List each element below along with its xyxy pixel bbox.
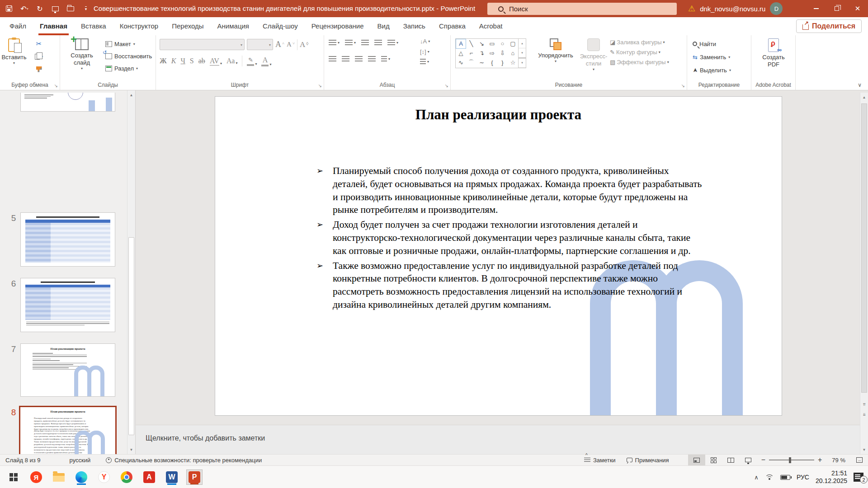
numbering-button[interactable]: ▾	[345, 40, 356, 46]
save-button[interactable]	[5, 4, 14, 13]
bullets-button[interactable]: ▾	[329, 40, 340, 46]
tab-slideshow[interactable]: Слайд-шоу	[256, 17, 305, 35]
rounded-rectangle-shape-icon[interactable]: ▢	[508, 39, 518, 49]
underline-button[interactable]: Ч	[180, 57, 185, 65]
minimize-button[interactable]	[806, 0, 826, 17]
layout-button[interactable]: Макет▾	[105, 39, 152, 49]
taskbar-chrome[interactable]	[118, 469, 135, 485]
arc-shape-icon[interactable]: ⌒	[466, 57, 476, 68]
right-arrow-shape-icon[interactable]: ⇨	[487, 49, 497, 58]
quick-styles-button[interactable]: Экспресс-стили ▾	[578, 35, 609, 79]
tab-record[interactable]: Запись	[396, 17, 432, 35]
format-painter-button[interactable]	[30, 64, 48, 74]
paragraph-dialog-launcher[interactable]: ↘	[445, 83, 448, 88]
zoom-level[interactable]: 79 %	[826, 457, 851, 464]
accessibility-checker[interactable]: Специальные возможности: проверьте реком…	[100, 457, 267, 464]
tab-design[interactable]: Конструктор	[113, 17, 165, 35]
slide-7-thumbnail[interactable]: План реализации проекта	[20, 343, 115, 397]
triangle-shape-icon[interactable]: △	[456, 49, 466, 58]
zoom-slider[interactable]	[769, 460, 814, 460]
notes-placeholder[interactable]: Щелкните, чтобы добавить заметки	[146, 434, 265, 442]
elbow-arrow-connector-icon[interactable]: ↴	[476, 49, 487, 58]
line-spacing-button[interactable]: ▾	[387, 40, 398, 46]
arrow-shape-icon[interactable]: ↘	[476, 39, 487, 49]
slideshow-view-button[interactable]	[740, 455, 757, 466]
scrollbar-thumb[interactable]	[128, 237, 134, 435]
open-button[interactable]	[66, 4, 75, 13]
search-input[interactable]: Поиск	[487, 3, 677, 15]
start-slideshow-button[interactable]	[51, 4, 60, 13]
curve-shape-icon[interactable]: ∼	[476, 57, 487, 68]
taskbar-clock[interactable]: 21:51 20.12.2025	[816, 469, 847, 485]
tray-expand-button[interactable]: ∧	[754, 474, 759, 481]
tab-insert[interactable]: Вставка	[74, 17, 113, 35]
text-direction-button[interactable]: ↓A▾	[420, 38, 430, 45]
rectangle-shape-icon[interactable]: ▭	[487, 39, 497, 49]
shapes-gallery[interactable]: A ╲ ↘ ▭ ○ ▢ △ ⌐ ↴ ⇨ ⇩ ⌂ ∿ ⌒ ∼ { } ☆	[455, 38, 519, 68]
slide-sorter-view-button[interactable]	[705, 455, 722, 466]
arrange-button[interactable]: Упорядочить ▾	[533, 35, 578, 79]
taskbar-acrobat-reader[interactable]: A	[141, 469, 157, 485]
battery-icon[interactable]	[780, 475, 790, 480]
notes-pane[interactable]: Щелкните, чтобы добавить заметки	[136, 425, 868, 454]
bullet-item[interactable]: Также возможно предоставление услуг по и…	[333, 259, 703, 311]
fit-to-window-button[interactable]: ↔	[851, 457, 868, 463]
create-pdf-button[interactable]: Создать PDF	[751, 35, 796, 79]
elbow-connector-icon[interactable]: ⌐	[466, 49, 476, 58]
bullet-item[interactable]: Планируемый способ получения дохода от с…	[333, 164, 703, 216]
zoom-in-button[interactable]: +	[818, 456, 822, 464]
slide-body-text[interactable]: Планируемый способ получения дохода от с…	[333, 164, 703, 313]
share-button[interactable]: Поделиться	[796, 19, 862, 33]
drawing-dialog-launcher[interactable]: ↘	[681, 83, 685, 88]
text-box-shape-icon[interactable]: A	[456, 39, 466, 49]
tab-view[interactable]: Вид	[371, 17, 396, 35]
decrease-indent-button[interactable]	[361, 40, 369, 46]
change-case-button[interactable]: Аа▾	[226, 57, 237, 65]
replace-button[interactable]: ⇆Заменить▾	[693, 52, 731, 62]
shape-outline-button[interactable]: ✎Контур фигуры▾	[610, 49, 669, 56]
scroll-down-button[interactable]: ▼	[860, 445, 868, 454]
previous-slide-button[interactable]: ⇈	[860, 400, 868, 409]
main-scrollbar[interactable]: ▲ ⇈ ⇊ ▼	[860, 93, 868, 454]
decrease-font-size-button[interactable]: А˅	[287, 41, 295, 48]
highlight-color-button[interactable]: ✎▾	[247, 56, 257, 66]
scroll-up-button[interactable]: ▲	[127, 90, 135, 99]
tab-acrobat[interactable]: Acrobat	[472, 17, 509, 35]
tab-file[interactable]: Файл	[3, 17, 33, 35]
zoom-out-button[interactable]: −	[761, 456, 765, 464]
character-spacing-button[interactable]: AV▾	[210, 57, 222, 66]
scribble-shape-icon[interactable]: ∿	[456, 57, 466, 68]
oval-shape-icon[interactable]: ○	[497, 39, 508, 49]
shapes-scroll-down-button[interactable]: ▾	[519, 48, 526, 58]
strikethrough-button[interactable]: ab	[198, 57, 205, 65]
restore-button[interactable]	[826, 0, 847, 17]
font-color-button[interactable]: А▾	[261, 56, 271, 66]
taskbar-yandex-browser[interactable]: Y	[96, 469, 112, 485]
close-button[interactable]: ✕	[847, 0, 868, 17]
tab-review[interactable]: Рецензирование	[305, 17, 371, 35]
columns-button[interactable]: ▾	[381, 56, 390, 62]
italic-button[interactable]: К	[171, 57, 176, 65]
zoom-slider-thumb[interactable]	[789, 457, 791, 463]
text-shadow-button[interactable]: S	[190, 57, 194, 65]
section-button[interactable]: Раздел▾	[105, 63, 152, 73]
slide-6-thumbnail[interactable]	[20, 278, 115, 332]
align-center-button[interactable]	[342, 56, 349, 62]
thumbnail-scrollbar[interactable]: ▲ ▼	[127, 90, 135, 454]
tab-transitions[interactable]: Переходы	[165, 17, 210, 35]
customize-qat-button[interactable]: ▾	[81, 4, 90, 13]
right-brace-shape-icon[interactable]: }	[497, 57, 508, 68]
account-area[interactable]: ⚠ dnk_novsu@novsu.ru D	[688, 0, 783, 17]
reset-button[interactable]: Восстановить	[105, 51, 152, 61]
keyboard-language[interactable]: РУС	[797, 474, 809, 481]
bullet-item[interactable]: Доход будет получен за счет продажи техн…	[333, 218, 703, 257]
tab-home[interactable]: Главная	[33, 17, 74, 35]
scrollbar-thumb[interactable]	[861, 103, 867, 393]
slide-title[interactable]: План реализации проекта	[215, 107, 782, 123]
star-shape-icon[interactable]: ☆	[508, 57, 518, 68]
redo-button[interactable]: ↻	[35, 4, 44, 13]
avatar[interactable]: D	[770, 2, 783, 15]
start-button[interactable]	[5, 469, 22, 485]
bold-button[interactable]: Ж	[160, 57, 167, 65]
tab-animations[interactable]: Анимация	[211, 17, 256, 35]
